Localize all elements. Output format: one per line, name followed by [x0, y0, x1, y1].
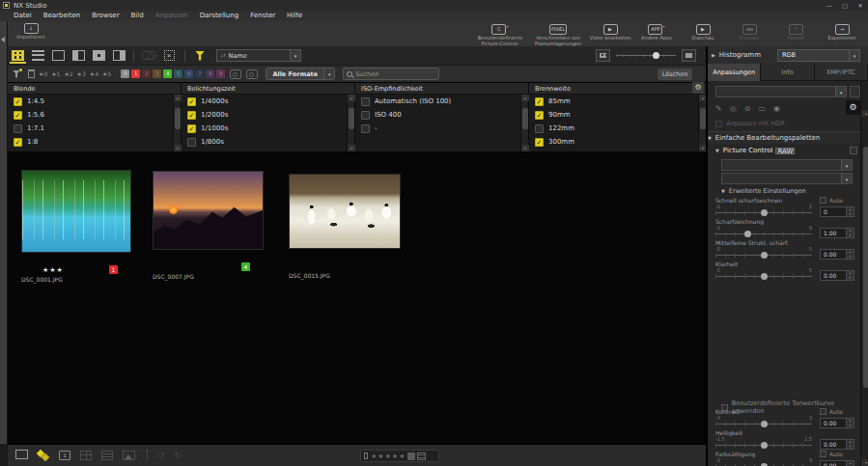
- scroll-thumb[interactable]: [349, 108, 354, 129]
- checkbox-checked[interactable]: ✓: [187, 124, 196, 133]
- thumbnail-dsc-0001-jpg[interactable]: ★★★1DSC_0001.JPG: [21, 165, 131, 306]
- left-palette-collapsed-strip[interactable]: [0, 21, 8, 444]
- raw-file-filter-icon[interactable]: [230, 69, 241, 79]
- toolbar-button-video-bearbeiten[interactable]: ▶Video bearbeiten: [588, 22, 632, 41]
- checkbox-checked[interactable]: ✓: [535, 111, 544, 120]
- slider-value-field[interactable]: 0.00▴▾: [820, 418, 854, 428]
- filter-toggle-icon[interactable]: [195, 51, 205, 61]
- color-label-chip-1[interactable]: 1: [131, 69, 140, 78]
- label-none-chip[interactable]: [407, 452, 415, 460]
- spinner-down-icon[interactable]: ▾: [847, 424, 854, 428]
- chevron-down-icon[interactable]: ▾: [290, 50, 300, 61]
- menu-item-darstellung[interactable]: Darstellung: [194, 11, 244, 21]
- crop-icon[interactable]: ▭: [758, 104, 766, 113]
- scroll-down-arrow[interactable]: ▾: [348, 145, 355, 151]
- larger-thumbnails-button[interactable]: [682, 49, 696, 62]
- checkbox-checked[interactable]: ✓: [14, 111, 22, 120]
- checkbox-unchecked[interactable]: [361, 97, 370, 106]
- spinner-down-icon[interactable]: ▾: [847, 233, 854, 238]
- slider-value-field[interactable]: 1.00▴▾: [820, 228, 854, 238]
- menu-item-bild[interactable]: Bild: [126, 11, 150, 21]
- checkbox-unchecked[interactable]: [361, 111, 370, 120]
- label-filter-icon[interactable]: [38, 451, 49, 460]
- value-spinner[interactable]: ▴▾: [847, 249, 854, 260]
- smaller-thumbnails-button[interactable]: [596, 49, 610, 62]
- auto-checkbox[interactable]: [820, 197, 826, 204]
- rating-star-4[interactable]: ★: [392, 452, 398, 460]
- auto-checkbox[interactable]: [820, 408, 826, 415]
- value-spinner[interactable]: ▴▾: [847, 228, 854, 238]
- auto-checkbox[interactable]: [820, 451, 826, 457]
- thumbnail-image-sunset-over-sea-rocks[interactable]: [153, 171, 264, 250]
- checkbox-checked[interactable]: ✓: [187, 111, 196, 120]
- picture-control-enable-checkbox[interactable]: [850, 147, 857, 154]
- slider-track[interactable]: [715, 421, 812, 427]
- checkbox-unchecked[interactable]: [14, 124, 22, 133]
- menu-item-browser[interactable]: Browser: [86, 11, 125, 21]
- info-overlay-icon[interactable]: [101, 451, 113, 460]
- histogram-overlay-icon[interactable]: [123, 451, 135, 460]
- single-frame-icon[interactable]: 1: [59, 451, 70, 460]
- slider-track[interactable]: [715, 231, 812, 237]
- clear-filters-button[interactable]: Löschen: [658, 69, 692, 80]
- sort-dropdown[interactable]: ↓↑ Name ▾: [216, 49, 301, 62]
- color-control-point-icon[interactable]: ◎: [730, 104, 737, 113]
- stack-icon[interactable]: [17, 452, 28, 459]
- jpeg-file-filter-icon[interactable]: [246, 69, 258, 79]
- rating-star-1[interactable]: ★: [371, 452, 377, 460]
- collapse-arrow-icon[interactable]: [715, 147, 723, 154]
- value-spinner[interactable]: ▴▾: [847, 460, 854, 466]
- advanced-settings-header[interactable]: Erweiterte Einstellungen: [721, 187, 806, 195]
- color-label-chip-0[interactable]: 0: [121, 69, 129, 78]
- grid-overlay-icon[interactable]: [80, 451, 92, 460]
- chevron-down-icon[interactable]: ▾: [841, 160, 852, 170]
- chevron-down-icon[interactable]: ▾: [835, 87, 846, 96]
- scroll-thumb[interactable]: [175, 108, 181, 129]
- chevron-down-icon[interactable]: ▾: [662, 24, 664, 29]
- minimize-button[interactable]: —: [822, 0, 837, 11]
- star-filter-2[interactable]: ★2: [64, 70, 72, 77]
- picture-control-dropdown[interactable]: ▾: [721, 159, 853, 171]
- hdr-checkbox-row[interactable]: Anpassen mit HDR: [715, 120, 785, 127]
- thumbnail-image-cranes-on-snow[interactable]: [289, 174, 401, 249]
- filter-item-1-4000s[interactable]: ✓1/4000s: [182, 95, 347, 108]
- thumbnail-image-blue-pond-birch-trees[interactable]: [21, 170, 131, 253]
- filter-item-item[interactable]: -: [355, 122, 520, 135]
- tab-info[interactable]: Info: [761, 64, 814, 81]
- filter-column-scrollbar[interactable]: ▴▾: [347, 95, 354, 151]
- scroll-up-arrow[interactable]: ▴: [174, 95, 182, 101]
- checkbox-checked[interactable]: ✓: [535, 138, 544, 147]
- scroll-thumb[interactable]: [522, 108, 528, 129]
- menu-item-fenster[interactable]: Fenster: [244, 11, 281, 21]
- close-button[interactable]: ✕: [853, 0, 868, 11]
- slider-thumb[interactable]: [744, 231, 751, 237]
- menu-item-bearbeiten[interactable]: Bearbeiten: [38, 11, 86, 21]
- thumbnail-browser[interactable]: ★★★1DSC_0001.JPG4DSC_0007.JPGDSC_0015.JP…: [8, 151, 706, 444]
- format-filter-dropdown[interactable]: Alle Formate ▾: [266, 68, 335, 80]
- gear-icon[interactable]: ⚙: [846, 100, 860, 115]
- filter-column-scrollbar[interactable]: ▴▾: [520, 95, 528, 151]
- search-input[interactable]: [355, 70, 438, 78]
- value-spinner[interactable]: ▴▾: [847, 418, 854, 428]
- scroll-up-arrow[interactable]: ▴: [699, 95, 706, 101]
- histogram-header[interactable]: Histogramm RGB ▾: [708, 46, 868, 64]
- compare-view-icon[interactable]: [93, 50, 105, 61]
- chevron-down-icon[interactable]: ▾: [849, 50, 859, 61]
- scroll-thumb[interactable]: [863, 147, 868, 388]
- slider-value-field[interactable]: 0▴▾: [820, 206, 854, 217]
- search-box[interactable]: [343, 68, 439, 80]
- star-filter-3[interactable]: ★3: [77, 70, 86, 77]
- filter-column-scrollbar[interactable]: ▴▾: [698, 95, 706, 151]
- filter-item-1-4-5[interactable]: ✓1:4.5: [8, 95, 173, 108]
- filter-item-1-1000s[interactable]: ✓1/1000s: [182, 122, 347, 135]
- right-panel-scrollbar[interactable]: ▴ ▾: [860, 81, 868, 466]
- thumbnail-size-slider[interactable]: [616, 55, 676, 56]
- value-spinner[interactable]: ▴▾: [847, 206, 854, 217]
- scroll-down-arrow[interactable]: ▾: [174, 145, 182, 151]
- color-label-chip-8[interactable]: 8: [206, 69, 214, 78]
- slider-track[interactable]: [715, 273, 812, 280]
- filter-item-90mm[interactable]: ✓90mm: [529, 108, 698, 122]
- chevron-down-icon[interactable]: ▾: [506, 24, 508, 29]
- collapse-arrow-icon[interactable]: [721, 187, 729, 195]
- slider-value-field[interactable]: 0.00▴▾: [820, 460, 854, 466]
